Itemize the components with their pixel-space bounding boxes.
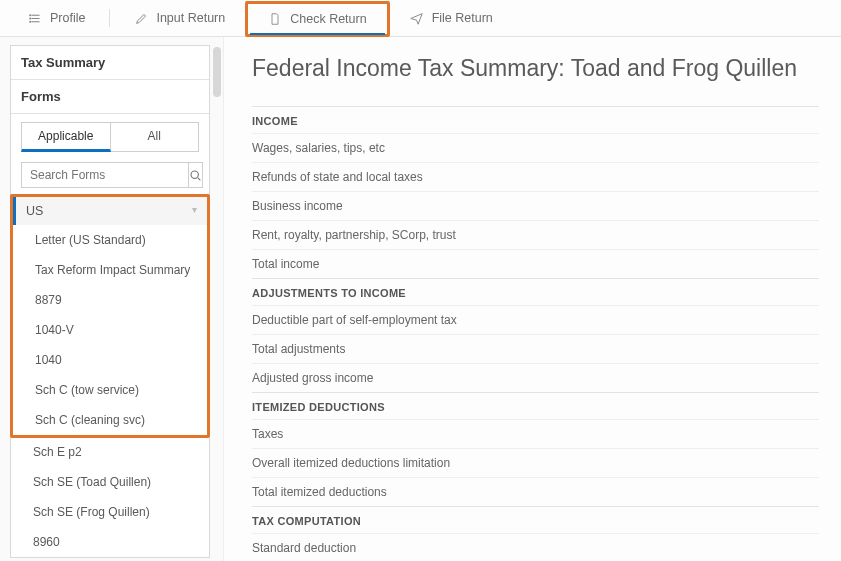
tax-summary-header[interactable]: Tax Summary [11, 46, 209, 80]
search-button[interactable] [189, 162, 203, 188]
summary-row: Total adjustments [252, 334, 819, 363]
summary-row: Total income [252, 249, 819, 278]
svg-line-7 [198, 177, 200, 179]
form-item[interactable]: Tax Reform Impact Summary [13, 255, 207, 285]
pencil-icon [134, 11, 148, 25]
form-item[interactable]: 8879 [13, 285, 207, 315]
top-nav: Profile Input Return Check Return File R… [0, 0, 841, 37]
search-row [11, 154, 209, 194]
form-item[interactable]: Sch SE (Frog Quillen) [11, 497, 209, 527]
summary-row: Business income [252, 191, 819, 220]
form-item[interactable]: Sch SE (Toad Quillen) [11, 467, 209, 497]
summary-row: Adjusted gross income [252, 363, 819, 392]
summary-row: Total itemized deductions [252, 477, 819, 506]
form-item[interactable]: 1040 [13, 345, 207, 375]
tab-check-return-label: Check Return [290, 12, 366, 26]
sidebar: Tax Summary Forms Applicable All US ▾ Le [0, 37, 224, 561]
section-header: TAX COMPUTATION [252, 506, 819, 533]
form-item[interactable]: Sch C (tow service) [13, 375, 207, 405]
section-header: ITEMIZED DEDUCTIONS [252, 392, 819, 419]
forms-header[interactable]: Forms [11, 80, 209, 114]
summary-row: Deductible part of self-employment tax [252, 305, 819, 334]
summary-row: Refunds of state and local taxes [252, 162, 819, 191]
tab-applicable[interactable]: Applicable [21, 122, 111, 152]
sidebar-scrollbar[interactable] [213, 47, 221, 97]
tab-profile[interactable]: Profile [8, 3, 105, 33]
tab-profile-label: Profile [50, 11, 85, 25]
summary-row: Taxes [252, 419, 819, 448]
tab-all[interactable]: All [111, 122, 200, 152]
tree-group-us[interactable]: US ▾ [13, 197, 207, 225]
svg-point-6 [191, 171, 198, 178]
search-icon [189, 169, 202, 182]
main-content: Federal Income Tax Summary: Toad and Fro… [224, 37, 841, 561]
summary-row: Rent, royalty, partnership, SCorp, trust [252, 220, 819, 249]
section-header: ADJUSTMENTS TO INCOME [252, 278, 819, 305]
tab-check-return[interactable]: Check Return [245, 1, 389, 37]
list-icon [28, 11, 42, 25]
form-item[interactable]: Sch C (cleaning svc) [13, 405, 207, 435]
tab-input-return-label: Input Return [156, 11, 225, 25]
svg-point-5 [29, 21, 30, 22]
highlighted-forms-group: US ▾ Letter (US Standard) Tax Reform Imp… [10, 194, 210, 438]
summary-row: Overall itemized deductions limitation [252, 448, 819, 477]
summary-row: Standard deduction [252, 533, 819, 561]
search-input[interactable] [21, 162, 189, 188]
form-item[interactable]: 1040-V [13, 315, 207, 345]
forms-tabs: Applicable All [11, 114, 209, 154]
svg-point-4 [29, 18, 30, 19]
tab-input-return[interactable]: Input Return [114, 3, 245, 33]
svg-point-3 [29, 14, 30, 15]
form-item[interactable]: 8960 [11, 527, 209, 557]
nav-divider [109, 9, 110, 27]
sidebar-panel: Tax Summary Forms Applicable All US ▾ Le [10, 45, 210, 558]
chevron-down-icon: ▾ [192, 204, 197, 215]
send-icon [410, 11, 424, 25]
form-item[interactable]: Sch E p2 [11, 437, 209, 467]
tab-file-return[interactable]: File Return [390, 3, 513, 33]
form-item[interactable]: Letter (US Standard) [13, 225, 207, 255]
page-title: Federal Income Tax Summary: Toad and Fro… [252, 55, 819, 82]
tab-file-return-label: File Return [432, 11, 493, 25]
section-header: INCOME [252, 106, 819, 133]
tree-group-us-label: US [26, 204, 43, 218]
summary-row: Wages, salaries, tips, etc [252, 133, 819, 162]
document-icon [268, 12, 282, 26]
forms-tree: US ▾ Letter (US Standard) Tax Reform Imp… [11, 194, 209, 557]
